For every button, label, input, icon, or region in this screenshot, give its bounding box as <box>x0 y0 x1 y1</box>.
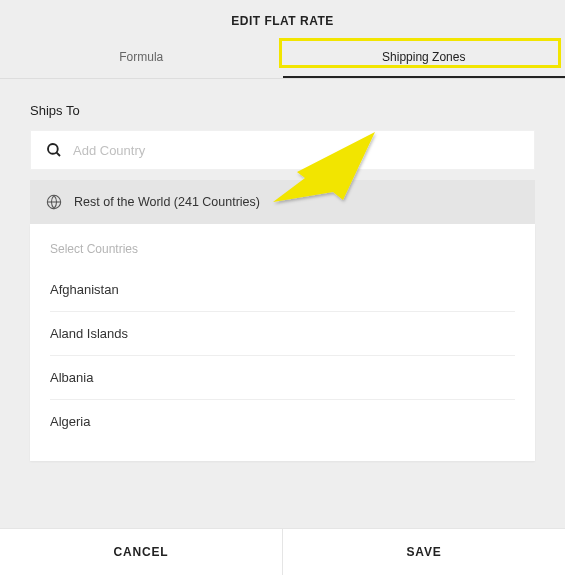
rest-of-world-label: Rest of the World (241 Countries) <box>74 195 260 209</box>
tabs: Formula Shipping Zones <box>0 38 565 78</box>
page-title: EDIT FLAT RATE <box>0 0 565 38</box>
globe-icon <box>46 194 62 210</box>
tab-shipping-zones[interactable]: Shipping Zones <box>283 38 566 78</box>
ships-to-label: Ships To <box>30 103 535 118</box>
select-countries-label: Select Countries <box>50 224 515 268</box>
main-body: Ships To Rest of the World (241 Countrie… <box>0 79 565 461</box>
search-row[interactable] <box>30 130 535 170</box>
country-list: Select Countries Afghanistan Aland Islan… <box>30 224 535 461</box>
rest-of-world-row[interactable]: Rest of the World (241 Countries) <box>30 180 535 224</box>
list-item[interactable]: Aland Islands <box>50 312 515 356</box>
list-item[interactable]: Algeria <box>50 400 515 443</box>
divider <box>30 170 535 180</box>
svg-point-0 <box>48 144 58 154</box>
save-button[interactable]: SAVE <box>282 529 565 575</box>
svg-line-1 <box>56 152 60 156</box>
search-input[interactable] <box>73 143 520 158</box>
tab-formula[interactable]: Formula <box>0 38 283 78</box>
footer: CANCEL SAVE <box>0 528 565 575</box>
list-item[interactable]: Afghanistan <box>50 268 515 312</box>
header: EDIT FLAT RATE Formula Shipping Zones <box>0 0 565 79</box>
cancel-button[interactable]: CANCEL <box>0 529 282 575</box>
list-item[interactable]: Albania <box>50 356 515 400</box>
search-icon <box>45 141 63 159</box>
